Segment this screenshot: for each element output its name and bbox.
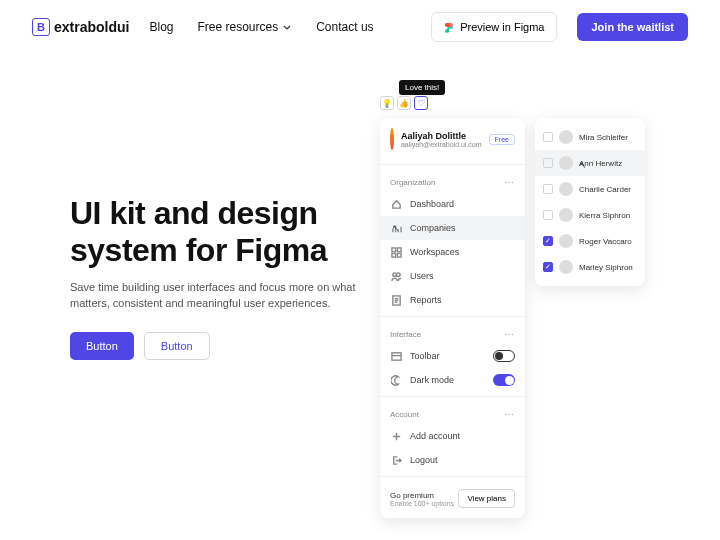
plus-icon bbox=[390, 430, 402, 442]
avatar bbox=[559, 182, 573, 196]
menu-reports[interactable]: Reports bbox=[380, 288, 525, 312]
figma-icon bbox=[444, 20, 454, 34]
svg-rect-4 bbox=[397, 253, 401, 257]
avatar bbox=[559, 130, 573, 144]
list-item[interactable]: Mira Schleifer bbox=[535, 124, 645, 150]
checkbox[interactable] bbox=[543, 132, 553, 142]
heart-icon[interactable]: ♡ bbox=[414, 96, 428, 110]
nav-resources[interactable]: Free resources bbox=[198, 20, 293, 34]
premium-subtitle: Enable 100+ options bbox=[390, 500, 454, 507]
checkbox[interactable]: ✓ bbox=[543, 262, 553, 272]
section-organization: Organization⋯ bbox=[380, 169, 525, 192]
cursor-icon: ↖ bbox=[392, 223, 400, 233]
svg-rect-3 bbox=[391, 253, 395, 257]
nav-resources-label: Free resources bbox=[198, 20, 279, 34]
section-interface: Interface⋯ bbox=[380, 321, 525, 344]
logo-icon: B bbox=[32, 18, 50, 36]
checkbox[interactable] bbox=[543, 210, 553, 220]
menu-add-account[interactable]: Add account bbox=[380, 424, 525, 448]
user-name: Aaliyah Dolittle bbox=[401, 131, 482, 141]
brand-light: ui bbox=[117, 19, 129, 35]
svg-point-6 bbox=[396, 272, 400, 276]
logo[interactable]: B extraboldui bbox=[32, 18, 129, 36]
cursor-icon: ↖ bbox=[579, 160, 587, 170]
svg-rect-2 bbox=[397, 247, 401, 251]
plan-badge: Free bbox=[489, 134, 515, 145]
premium-title: Go premium bbox=[390, 491, 454, 500]
hero-button-secondary[interactable]: Button bbox=[144, 332, 210, 360]
site-header: B extraboldui Blog Free resources Contac… bbox=[0, 0, 720, 54]
hero-title: UI kit and design system for Figma bbox=[70, 195, 370, 269]
more-icon[interactable]: ⋯ bbox=[504, 177, 515, 188]
avatar bbox=[559, 208, 573, 222]
hero-button-primary[interactable]: Button bbox=[70, 332, 134, 360]
hero-subtitle: Save time building user interfaces and f… bbox=[70, 279, 370, 312]
checkbox[interactable] bbox=[543, 158, 553, 168]
nav-contact[interactable]: Contact us bbox=[316, 20, 373, 34]
tooltip: Love this! bbox=[399, 80, 445, 95]
svg-rect-1 bbox=[391, 247, 395, 251]
avatar bbox=[559, 234, 573, 248]
user-email: aaliyah@extrabold.ui.com bbox=[401, 141, 482, 148]
menu-workspaces[interactable]: Workspaces bbox=[380, 240, 525, 264]
brand-bold: extrabold bbox=[54, 19, 117, 35]
top-nav: Blog Free resources Contact us bbox=[149, 20, 373, 34]
menu-toolbar[interactable]: Toolbar bbox=[380, 344, 525, 368]
reaction-row: 💡 👍 ♡ bbox=[380, 96, 428, 110]
list-item[interactable]: ✓Roger Vaccaro bbox=[535, 228, 645, 254]
grid-icon bbox=[390, 246, 402, 258]
more-icon[interactable]: ⋯ bbox=[504, 329, 515, 340]
nav-blog[interactable]: Blog bbox=[149, 20, 173, 34]
hero: UI kit and design system for Figma Save … bbox=[70, 195, 370, 360]
sidebar-panel: Aaliyah Dolittle aaliyah@extrabold.ui.co… bbox=[380, 118, 525, 518]
menu-darkmode[interactable]: Dark mode bbox=[380, 368, 525, 392]
thumbs-up-icon[interactable]: 👍 bbox=[397, 96, 411, 110]
avatar bbox=[559, 260, 573, 274]
people-list-panel: Mira Schleifer Ann Herwitz↖ Charlie Card… bbox=[535, 118, 645, 286]
menu-logout[interactable]: Logout bbox=[380, 448, 525, 472]
join-waitlist-button[interactable]: Join the waitlist bbox=[577, 13, 688, 41]
document-icon bbox=[390, 294, 402, 306]
avatar bbox=[390, 128, 394, 150]
darkmode-toggle[interactable] bbox=[493, 374, 515, 386]
layout-icon bbox=[390, 350, 402, 362]
menu-companies[interactable]: Companies↖ bbox=[380, 216, 525, 240]
list-item[interactable]: Ann Herwitz↖ bbox=[535, 150, 645, 176]
users-icon bbox=[390, 270, 402, 282]
avatar bbox=[559, 156, 573, 170]
svg-rect-8 bbox=[391, 352, 400, 359]
premium-row: Go premium Enable 100+ options View plan… bbox=[380, 481, 525, 508]
menu-users[interactable]: Users bbox=[380, 264, 525, 288]
list-item[interactable]: Charlie Carder bbox=[535, 176, 645, 202]
user-row: Aaliyah Dolittle aaliyah@extrabold.ui.co… bbox=[380, 128, 525, 160]
section-account: Account⋯ bbox=[380, 401, 525, 424]
home-icon bbox=[390, 198, 402, 210]
moon-icon bbox=[390, 374, 402, 386]
menu-dashboard[interactable]: Dashboard bbox=[380, 192, 525, 216]
list-item[interactable]: ✓Marley Siphron bbox=[535, 254, 645, 280]
lightbulb-icon[interactable]: 💡 bbox=[380, 96, 394, 110]
hero-buttons: Button Button bbox=[70, 332, 370, 360]
chevron-down-icon bbox=[282, 22, 292, 32]
toolbar-toggle[interactable] bbox=[493, 350, 515, 362]
logout-icon bbox=[390, 454, 402, 466]
checkbox[interactable] bbox=[543, 184, 553, 194]
preview-label: Preview in Figma bbox=[460, 21, 544, 33]
view-plans-button[interactable]: View plans bbox=[458, 489, 515, 508]
preview-figma-button[interactable]: Preview in Figma bbox=[431, 12, 557, 42]
list-item[interactable]: Kierra Siphron bbox=[535, 202, 645, 228]
more-icon[interactable]: ⋯ bbox=[504, 409, 515, 420]
checkbox[interactable]: ✓ bbox=[543, 236, 553, 246]
